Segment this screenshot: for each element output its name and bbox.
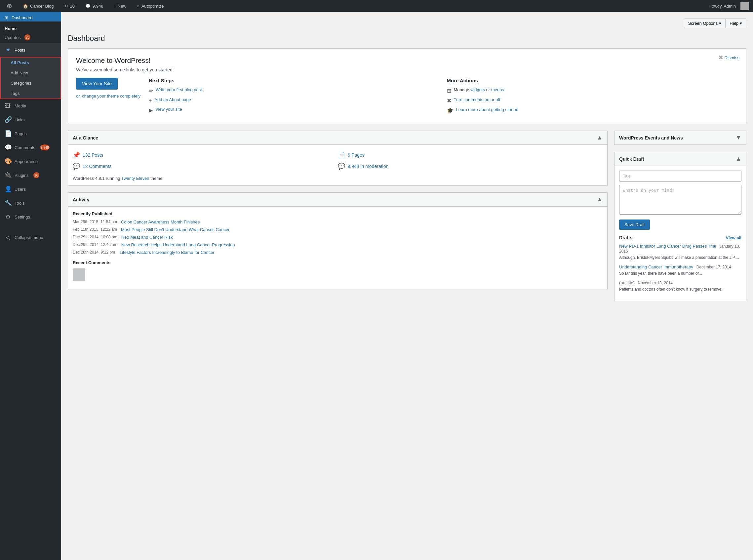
next-step-about[interactable]: + Add an About page [149, 97, 440, 103]
appearance-icon: 🎨 [5, 158, 11, 165]
write-post-link[interactable]: Write your first blog post [156, 87, 202, 92]
draft-title-link[interactable]: (no title) [619, 280, 635, 285]
submenu-add-new[interactable]: Add New [1, 68, 61, 78]
quick-draft-header[interactable]: Quick Draft ▲ [614, 152, 746, 166]
draft-title-input[interactable] [619, 171, 741, 181]
sidebar-item-collapse[interactable]: ◁ Collapse menu [0, 231, 61, 244]
learn-icon: 🎓 [447, 107, 453, 114]
menus-link[interactable]: menus [491, 87, 504, 92]
autoptimize-item[interactable]: ○ Autoptimize [134, 0, 167, 12]
activity-post-link[interactable]: Colon Cancer Awareness Month Finishes [121, 220, 200, 224]
draft-item: Understanding Cancer Immunotherapy Decem… [619, 264, 741, 276]
view-all-drafts-link[interactable]: View all [726, 235, 741, 240]
learn-link[interactable]: Learn more about getting started [456, 107, 518, 112]
draft-title-link[interactable]: New PD-1 Inhibitor Lung Cancer Drug Pass… [619, 244, 716, 248]
wp-logo-icon: ⊛ [7, 2, 12, 10]
sidebar-item-appearance[interactable]: 🎨 Appearance [0, 154, 61, 168]
quick-draft-title: Quick Draft [619, 156, 644, 162]
sidebar-plugins-label: Plugins [15, 173, 29, 178]
view-site-button[interactable]: View Your Site [76, 78, 118, 89]
add-about-link[interactable]: Add an About page [155, 97, 191, 102]
screen-options-chevron-icon: ▾ [719, 21, 721, 26]
activity-post-link[interactable]: Lifestyle Factors Increasingly to Blame … [120, 250, 215, 255]
activity-header[interactable]: Activity ▲ [68, 193, 607, 207]
events-header[interactable]: WordPress Events and News ▼ [614, 131, 746, 145]
comments-icon: 💬 [85, 4, 90, 8]
glance-comments-link[interactable]: 12 Comments [83, 164, 111, 169]
next-step-write[interactable]: ✏ Write your first blog post [149, 87, 440, 94]
autoptimize-label: Autoptimize [141, 4, 164, 8]
change-theme-link[interactable]: or, change your theme completely [76, 94, 141, 99]
comments-item[interactable]: 💬 9,948 [83, 0, 106, 12]
submenu-categories[interactable]: Categories [1, 78, 61, 88]
plugins-badge: 16 [34, 172, 39, 178]
draft-title-link[interactable]: Understanding Cancer Immunotherapy [619, 264, 693, 269]
glance-pages-link[interactable]: 6 Pages [348, 153, 365, 158]
screen-options-label: Screen Options [688, 21, 718, 26]
more-action-comments: ✖ Turn comments on or off [447, 97, 738, 104]
comment-item [73, 268, 603, 281]
theme-link[interactable]: Twenty Eleven [121, 176, 149, 181]
more-action-widgets: ⊞ Manage widgets or menus [447, 87, 738, 94]
sidebar-item-users[interactable]: 👤 Users [0, 182, 61, 196]
sidebar-item-media[interactable]: 🖼 Media [0, 99, 61, 113]
sidebar: ⊞ Dashboard Home Updates 20 ✦ Posts All … [0, 12, 61, 560]
sidebar-item-tools[interactable]: 🔧 Tools [0, 196, 61, 210]
submenu-all-posts[interactable]: All Posts [1, 58, 61, 68]
sidebar-home-label[interactable]: Home [5, 24, 57, 33]
autoptimize-circle-icon: ○ [137, 4, 140, 8]
draft-excerpt: So far this year, there have been a numb… [619, 271, 741, 276]
comments-toggle-link[interactable]: Turn comments on or off [454, 97, 501, 102]
events-chevron-icon: ▼ [735, 134, 741, 141]
glance-moderation-link[interactable]: 9,948 in moderation [348, 164, 389, 169]
collapse-icon: ◁ [5, 234, 11, 241]
glance-comments-stat: 💬 12 Comments [73, 161, 338, 172]
sidebar-dashboard-label: Dashboard [12, 15, 33, 20]
site-name-item[interactable]: 🏠 Cancer Blog [20, 0, 57, 12]
screen-options-button[interactable]: Screen Options ▾ [684, 19, 726, 28]
widgets-link[interactable]: widgets [470, 87, 485, 92]
sidebar-links-label: Links [15, 117, 24, 122]
submenu-tags[interactable]: Tags [1, 88, 61, 99]
quick-draft-widget: Quick Draft ▲ Save Draft Drafts View all [614, 152, 746, 301]
updates-icon: ↻ [64, 4, 68, 8]
sidebar-item-pages[interactable]: 📄 Pages [0, 127, 61, 140]
wp-logo-item[interactable]: ⊛ [4, 0, 15, 12]
at-a-glance-body: 📌 132 Posts 📄 6 Pages 💬 12 Comments [68, 145, 607, 185]
view-site-link[interactable]: View your site [155, 107, 182, 112]
draft-date: December 17, 2014 [696, 265, 731, 269]
dismiss-link[interactable]: ✖ Dismiss [718, 54, 740, 61]
activity-post-link[interactable]: Red Meat and Cancer Risk [121, 235, 173, 240]
next-step-view[interactable]: ▶ View your site [149, 107, 440, 113]
page-title: Dashboard [68, 34, 105, 43]
sidebar-tools-label: Tools [15, 201, 24, 206]
sidebar-item-plugins[interactable]: 🔌 Plugins 16 [0, 168, 61, 182]
at-a-glance-header[interactable]: At a Glance ▲ [68, 131, 607, 145]
dashboard-icon: ⊞ [5, 15, 8, 20]
widget-col-left: At a Glance ▲ 📌 132 Posts 📄 6 Pages [68, 131, 608, 308]
activity-date: Feb 11th 2015, 12:22 am [73, 227, 117, 232]
draft-content-input[interactable] [619, 185, 741, 215]
activity-post-link[interactable]: Most People Still Don't Understand What … [121, 227, 229, 232]
new-item[interactable]: + New [111, 0, 129, 12]
updates-item[interactable]: ↻ 20 [62, 0, 77, 12]
sidebar-item-posts[interactable]: ✦ Posts [0, 43, 61, 57]
sidebar-users-label: Users [15, 187, 26, 192]
save-draft-button[interactable]: Save Draft [619, 220, 650, 230]
sidebar-updates[interactable]: Updates 20 [5, 33, 57, 42]
sidebar-item-settings[interactable]: ⚙ Settings [0, 210, 61, 224]
drafts-section: Drafts View all New PD-1 Inhibitor Lung … [619, 235, 741, 292]
comments-nav-icon: 💬 [5, 144, 11, 151]
activity-post-link[interactable]: New Research Helps Understand Lung Cance… [121, 242, 235, 247]
glance-posts-link[interactable]: 132 Posts [83, 153, 103, 158]
sidebar-item-comments[interactable]: 💬 Comments 9,948 [0, 140, 61, 154]
write-post-icon: ✏ [149, 87, 153, 94]
sidebar-item-links[interactable]: 🔗 Links [0, 113, 61, 127]
site-home-icon: 🏠 [23, 4, 28, 8]
comments-toggle-icon: ✖ [447, 98, 451, 104]
add-about-icon: + [149, 98, 152, 103]
posts-container: ✦ Posts All Posts Add New Categories Tag… [0, 43, 61, 99]
help-button[interactable]: Help ▾ [726, 19, 746, 28]
sidebar-item-dashboard[interactable]: ⊞ Dashboard [0, 12, 61, 21]
events-title: WordPress Events and News [619, 135, 683, 140]
